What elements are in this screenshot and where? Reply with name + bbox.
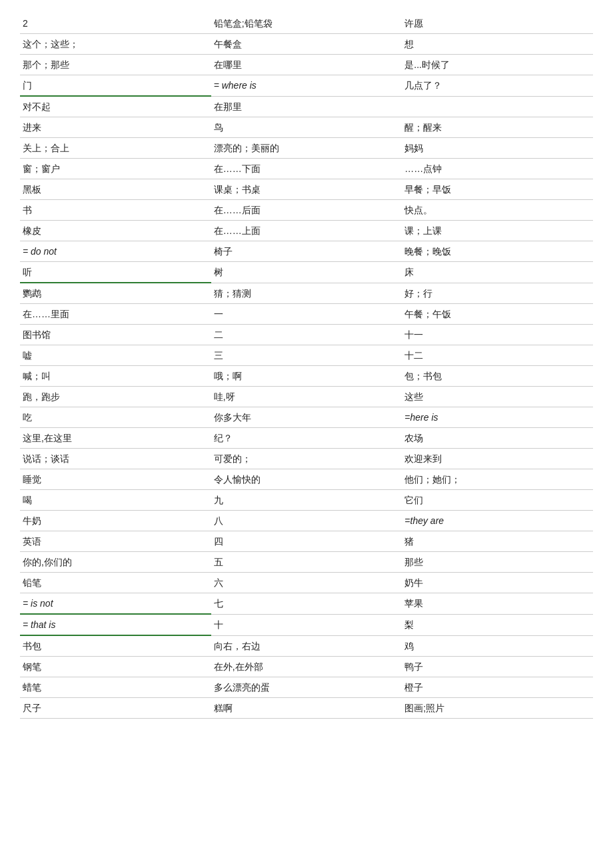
table-cell: 五 (211, 552, 402, 573)
table-cell: 这里,在这里 (20, 428, 211, 449)
table-cell: 喊；叫 (20, 366, 211, 387)
table-cell: 跑，跑步 (20, 387, 211, 407)
table-cell: 漂亮的；美丽的 (211, 138, 402, 159)
table-cell: 妈妈 (402, 138, 593, 159)
table-cell: = is not (20, 593, 211, 615)
table-cell: 多么漂亮的蛋 (211, 677, 402, 698)
table-cell (402, 97, 593, 117)
table-cell: 课；上课 (402, 221, 593, 241)
table-cell: 十二 (402, 345, 593, 366)
table-cell: 书 (20, 200, 211, 221)
table-cell: 门 (20, 75, 211, 97)
table-cell: 铅笔 (20, 573, 211, 593)
table-cell: 欢迎来到 (402, 449, 593, 469)
table-cell: 糕啊 (211, 698, 402, 719)
table-cell: 快点。 (402, 200, 593, 221)
table-cell: 他们；她们； (402, 469, 593, 490)
table-cell: 英语 (20, 531, 211, 552)
table-cell (20, 719, 211, 737)
table-cell: 可爱的； (211, 449, 402, 469)
table-cell: 你的,你们的 (20, 552, 211, 573)
table-cell: 是...时候了 (402, 55, 593, 75)
table-cell: 树 (211, 262, 402, 283)
table-cell: 六 (211, 573, 402, 593)
table-cell: 钢笔 (20, 657, 211, 677)
table-cell: 梨 (402, 615, 593, 636)
table-cell: 哇,呀 (211, 387, 402, 407)
table-cell (402, 719, 593, 737)
table-cell: 蜡笔 (20, 677, 211, 698)
table-cell: 在那里 (211, 97, 402, 117)
table-cell: 晚餐；晚饭 (402, 241, 593, 262)
table-cell: 二 (211, 325, 402, 345)
table-cell: = do not (20, 241, 211, 262)
table-cell: 尺子 (20, 698, 211, 719)
table-cell: 午餐；午饭 (402, 304, 593, 325)
table-cell: 鸟 (211, 117, 402, 138)
table-cell: 对不起 (20, 97, 211, 117)
table-cell: 黑板 (20, 179, 211, 200)
table-cell: 向右，右边 (211, 636, 402, 657)
table-cell: 一 (211, 304, 402, 325)
table-cell: 睡觉 (20, 469, 211, 490)
table-cell: 四 (211, 531, 402, 552)
table-cell: 猪 (402, 531, 593, 552)
table-cell: 牛奶 (20, 511, 211, 531)
table-cell: 你多大年 (211, 407, 402, 428)
table-cell: 课桌；书桌 (211, 179, 402, 200)
table-cell: 三 (211, 345, 402, 366)
table-cell: 这些 (402, 387, 593, 407)
table-cell: 许愿 (402, 13, 593, 34)
table-cell: 椅子 (211, 241, 402, 262)
table-cell: 猜；猜测 (211, 283, 402, 304)
table-cell: 窗；窗户 (20, 159, 211, 179)
table-cell: 说话；谈话 (20, 449, 211, 469)
table-cell (211, 719, 402, 737)
table-cell: 哦；啊 (211, 366, 402, 387)
table-cell: 在哪里 (211, 55, 402, 75)
table-cell: 纪？ (211, 428, 402, 449)
table-cell: 包；书包 (402, 366, 593, 387)
table-cell: 喝 (20, 490, 211, 511)
table-cell: 在外,在外部 (211, 657, 402, 677)
table-cell: 八 (211, 511, 402, 531)
table-cell: 听 (20, 262, 211, 283)
table-cell: 九 (211, 490, 402, 511)
table-cell: 十 (211, 615, 402, 636)
vocabulary-grid: 2铅笔盒;铅笔袋许愿这个；这些；午餐盒想那个；那些在哪里是...时候了门= wh… (20, 13, 593, 737)
table-cell: 这个；这些； (20, 34, 211, 55)
table-cell: 铅笔盒;铅笔袋 (211, 13, 402, 34)
table-cell: 图画;照片 (402, 698, 593, 719)
table-cell: 关上；合上 (20, 138, 211, 159)
table-cell: 橙子 (402, 677, 593, 698)
table-cell: 那个；那些 (20, 55, 211, 75)
table-cell: 进来 (20, 117, 211, 138)
table-cell: 在……后面 (211, 200, 402, 221)
table-cell: 想 (402, 34, 593, 55)
table-cell: 鸡 (402, 636, 593, 657)
table-cell: 午餐盒 (211, 34, 402, 55)
table-cell: 十一 (402, 325, 593, 345)
table-cell: 2 (20, 13, 211, 34)
table-cell: =they are (402, 511, 593, 531)
table-cell: 农场 (402, 428, 593, 449)
table-cell: 早餐；早饭 (402, 179, 593, 200)
table-cell: ……点钟 (402, 159, 593, 179)
table-cell: 奶牛 (402, 573, 593, 593)
table-cell: 鸭子 (402, 657, 593, 677)
table-cell: 图书馆 (20, 325, 211, 345)
table-cell: 苹果 (402, 593, 593, 615)
table-cell: 嘘 (20, 345, 211, 366)
table-cell: 吃 (20, 407, 211, 428)
table-cell: 它们 (402, 490, 593, 511)
table-cell: 在……上面 (211, 221, 402, 241)
table-cell: 令人愉快的 (211, 469, 402, 490)
table-cell: 在……下面 (211, 159, 402, 179)
table-cell: 鹦鹉 (20, 283, 211, 304)
table-cell: 在……里面 (20, 304, 211, 325)
table-cell: =here is (402, 407, 593, 428)
table-cell: 七 (211, 593, 402, 615)
table-cell: 书包 (20, 636, 211, 657)
table-cell: 几点了？ (402, 75, 593, 97)
table-cell: = that is (20, 615, 211, 636)
